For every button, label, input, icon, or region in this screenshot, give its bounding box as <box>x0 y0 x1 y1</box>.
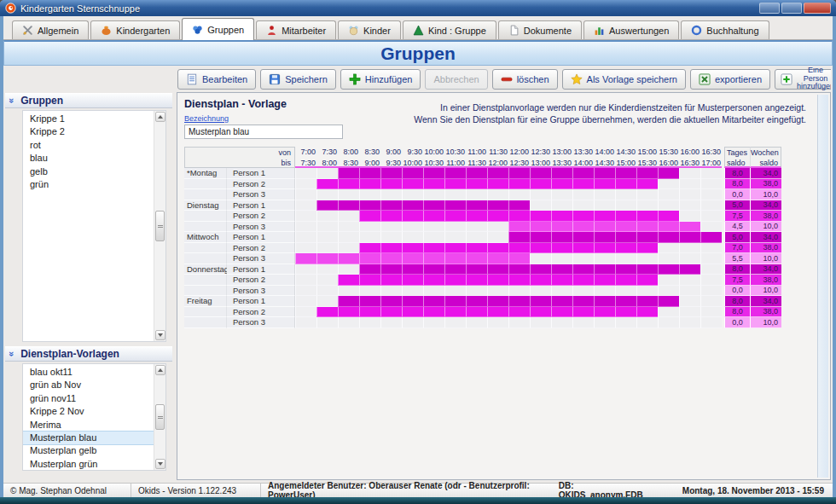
duty-bar-cell[interactable] <box>530 307 551 318</box>
duty-bar-cell[interactable] <box>316 200 338 211</box>
empty-slot-cell[interactable] <box>530 286 551 297</box>
empty-slot-cell[interactable] <box>679 286 700 297</box>
duty-bar-cell[interactable] <box>466 275 487 286</box>
empty-slot-cell[interactable] <box>359 286 380 297</box>
empty-slot-cell[interactable] <box>466 286 487 297</box>
duty-bar-cell[interactable] <box>572 179 594 190</box>
empty-slot-cell[interactable] <box>551 317 572 328</box>
duty-bar-cell[interactable] <box>615 264 636 275</box>
duty-bar-cell[interactable] <box>423 200 444 211</box>
empty-slot-cell[interactable] <box>700 211 722 222</box>
duty-bar-cell[interactable] <box>572 307 594 318</box>
empty-slot-cell[interactable] <box>700 189 722 200</box>
empty-slot-cell[interactable] <box>636 286 658 297</box>
duty-bar-cell[interactable] <box>530 264 551 275</box>
scroll-thumb[interactable] <box>155 404 165 430</box>
maximize-button[interactable] <box>781 3 802 14</box>
duty-bar-cell[interactable] <box>316 253 338 264</box>
empty-slot-cell[interactable] <box>551 200 572 211</box>
empty-slot-cell[interactable] <box>700 168 722 179</box>
duty-bar-cell[interactable] <box>359 211 380 222</box>
sidebar-section-dienstplan-vorlagen[interactable]: » Dienstplan-Vorlagen <box>5 346 172 362</box>
empty-slot-cell[interactable] <box>295 307 316 318</box>
duty-bar-cell[interactable] <box>359 179 380 190</box>
duty-bar-cell[interactable] <box>487 296 508 307</box>
duty-bar-cell[interactable] <box>594 307 615 318</box>
duty-bar-cell[interactable] <box>594 232 615 243</box>
duty-bar-cell[interactable] <box>466 264 487 275</box>
duty-bar-cell[interactable] <box>615 296 636 307</box>
empty-slot-cell[interactable] <box>338 243 359 254</box>
template-item-grün-nov11[interactable]: grün nov11 <box>23 392 154 405</box>
duty-bar-cell[interactable] <box>380 296 402 307</box>
duty-bar-cell[interactable] <box>530 232 551 243</box>
empty-slot-cell[interactable] <box>658 200 679 211</box>
duty-bar-cell[interactable] <box>615 222 636 233</box>
empty-slot-cell[interactable] <box>380 317 402 328</box>
duty-bar-cell[interactable] <box>402 253 423 264</box>
duty-bar-cell[interactable] <box>380 179 402 190</box>
empty-slot-cell[interactable] <box>423 317 444 328</box>
tab-mitarbeiter[interactable]: Mitarbeiter <box>256 20 336 39</box>
duty-bar-cell[interactable] <box>551 275 572 286</box>
duty-bar-cell[interactable] <box>487 168 508 179</box>
empty-slot-cell[interactable] <box>466 232 487 243</box>
duty-bar-cell[interactable] <box>700 232 722 243</box>
empty-slot-cell[interactable] <box>359 232 380 243</box>
empty-slot-cell[interactable] <box>295 275 316 286</box>
empty-slot-cell[interactable] <box>679 168 700 179</box>
empty-slot-cell[interactable] <box>316 189 338 200</box>
empty-slot-cell[interactable] <box>700 253 722 264</box>
duty-bar-cell[interactable] <box>423 211 444 222</box>
empty-slot-cell[interactable] <box>658 307 679 318</box>
duty-bar-cell[interactable] <box>615 275 636 286</box>
duty-bar-cell[interactable] <box>615 307 636 318</box>
empty-slot-cell[interactable] <box>530 189 551 200</box>
empty-slot-cell[interactable] <box>615 189 636 200</box>
empty-slot-cell[interactable] <box>295 189 316 200</box>
duty-bar-cell[interactable] <box>572 168 594 179</box>
duty-bar-cell[interactable] <box>444 253 466 264</box>
duty-bar-cell[interactable] <box>423 243 444 254</box>
duty-bar-cell[interactable] <box>487 264 508 275</box>
duty-bar-cell[interactable] <box>359 200 380 211</box>
group-item-krippe-1[interactable]: Krippe 1 <box>23 113 154 125</box>
duty-bar-cell[interactable] <box>594 211 615 222</box>
empty-slot-cell[interactable] <box>572 189 594 200</box>
duty-bar-cell[interactable] <box>359 253 380 264</box>
duty-bar-cell[interactable] <box>466 243 487 254</box>
template-item-merima[interactable]: Merima <box>23 419 154 432</box>
duty-bar-cell[interactable] <box>380 264 402 275</box>
duty-bar-cell[interactable] <box>594 296 615 307</box>
empty-slot-cell[interactable] <box>615 286 636 297</box>
duty-bar-cell[interactable] <box>402 179 423 190</box>
duty-bar-cell[interactable] <box>594 168 615 179</box>
empty-slot-cell[interactable] <box>359 222 380 233</box>
empty-slot-cell[interactable] <box>615 200 636 211</box>
empty-slot-cell[interactable] <box>508 286 530 297</box>
empty-slot-cell[interactable] <box>316 264 338 275</box>
empty-slot-cell[interactable] <box>658 179 679 190</box>
duty-bar-cell[interactable] <box>444 307 466 318</box>
scroll-up-icon[interactable] <box>155 365 165 375</box>
duty-bar-cell[interactable] <box>423 296 444 307</box>
empty-slot-cell[interactable] <box>658 286 679 297</box>
duty-bar-cell[interactable] <box>338 275 359 286</box>
duty-bar-cell[interactable] <box>402 243 423 254</box>
duty-bar-cell[interactable] <box>658 264 679 275</box>
empty-slot-cell[interactable] <box>700 317 722 328</box>
duty-bar-cell[interactable] <box>658 232 679 243</box>
duty-bar-cell[interactable] <box>423 275 444 286</box>
duty-bar-cell[interactable] <box>615 168 636 179</box>
empty-slot-cell[interactable] <box>316 296 338 307</box>
empty-slot-cell[interactable] <box>359 317 380 328</box>
duty-bar-cell[interactable] <box>380 275 402 286</box>
duty-bar-cell[interactable] <box>572 243 594 254</box>
duty-bar-cell[interactable] <box>508 222 530 233</box>
duty-bar-cell[interactable] <box>551 232 572 243</box>
abbrechen-button[interactable]: Abbrechen <box>425 69 487 90</box>
duty-bar-cell[interactable] <box>444 264 466 275</box>
empty-slot-cell[interactable] <box>679 179 700 190</box>
duty-bar-cell[interactable] <box>359 243 380 254</box>
duty-bar-cell[interactable] <box>508 168 530 179</box>
